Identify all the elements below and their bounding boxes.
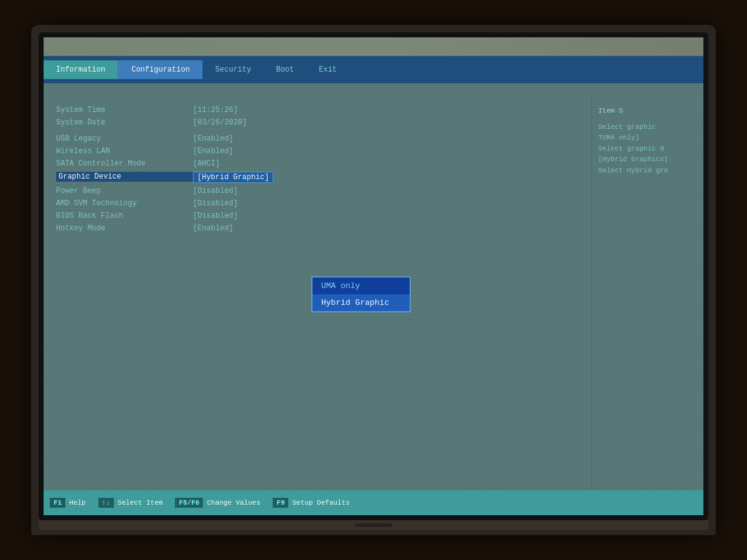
setting-system-date: System Date [03/26/2020] xyxy=(56,118,579,127)
status-f5f6: F5/F6 Change Values xyxy=(175,498,260,508)
setting-wireless-lan: Wireless LAN [Enabled] xyxy=(56,147,579,156)
label-sata-controller: SATA Controller Mode xyxy=(56,159,193,168)
bios-screen: Phoenix SecureCore Technology Setup Info… xyxy=(44,37,703,515)
label-graphic-device: Graphic Device xyxy=(56,172,193,182)
value-system-date[interactable]: [03/26/2020] xyxy=(193,118,247,127)
setting-bios-back-flash: BIOS Back Flash [Disabled] xyxy=(56,212,579,220)
right-panel-line-1: TUMA only] xyxy=(598,133,697,144)
tab-boot[interactable]: Boot xyxy=(263,60,306,79)
label-power-beep: Power Beep xyxy=(56,187,193,195)
tab-configuration[interactable]: Configuration xyxy=(118,60,203,79)
tab-bar: Information Configuration Security Boot … xyxy=(44,56,703,83)
value-power-beep[interactable]: [Disabled] xyxy=(193,187,238,195)
key-f5f6: F5/F6 xyxy=(175,498,203,508)
label-hotkey-mode: Hotkey Mode xyxy=(56,224,193,233)
right-panel-line-3: [Hybrid Graphics] xyxy=(598,154,697,166)
dropdown-option-uma[interactable]: UMA only xyxy=(312,278,410,294)
right-panel-line-0: Select graphic xyxy=(598,122,697,133)
setting-hotkey-mode: Hotkey Mode [Enabled] xyxy=(56,224,579,233)
value-graphic-device[interactable]: [Hybrid Graphic] xyxy=(193,172,273,183)
graphic-device-dropdown[interactable]: UMA only Hybrid Graphic xyxy=(311,276,411,312)
value-amd-svm[interactable]: [Disabled] xyxy=(193,199,238,208)
label-wireless-lan: Wireless LAN xyxy=(56,147,193,156)
right-panel-title: Item S xyxy=(598,106,697,117)
label-select-item: Select Item xyxy=(118,499,163,506)
value-sata-controller[interactable]: [AHCI] xyxy=(193,159,220,168)
key-f1: F1 xyxy=(50,498,65,508)
laptop-notch xyxy=(355,523,392,527)
status-arrow: ↑↓ Select Item xyxy=(98,498,163,508)
right-panel-line-2: Select graphic d xyxy=(598,144,697,155)
setting-sata-controller: SATA Controller Mode [AHCI] xyxy=(56,159,579,168)
label-setup-defaults: Setup Defaults xyxy=(292,499,349,506)
laptop-bottom xyxy=(39,520,708,530)
setting-system-time: System Time [11:25:26] xyxy=(56,106,579,114)
value-hotkey-mode[interactable]: [Enabled] xyxy=(193,224,233,233)
tab-information[interactable]: Information xyxy=(44,60,118,79)
dropdown-option-hybrid[interactable]: Hybrid Graphic xyxy=(312,294,410,311)
value-system-time[interactable]: [11:25:26] xyxy=(193,106,238,114)
setting-graphic-device: Graphic Device [Hybrid Graphic] xyxy=(56,172,579,183)
status-f9: F9 Setup Defaults xyxy=(273,498,350,508)
room-background xyxy=(44,37,703,56)
label-system-date: System Date xyxy=(56,118,193,127)
value-usb-legacy[interactable]: [Enabled] xyxy=(193,134,233,143)
main-content: System Time [11:25:26] System Date [03/2… xyxy=(44,96,703,490)
setting-amd-svm: AMD SVM Technology [Disabled] xyxy=(56,199,579,208)
value-bios-back-flash[interactable]: [Disabled] xyxy=(193,212,238,220)
key-arrows: ↑↓ xyxy=(98,498,114,508)
label-change-values: Change Values xyxy=(207,499,260,506)
key-f9: F9 xyxy=(273,498,288,508)
right-panel-line-4: Select Hybrid gra xyxy=(598,166,697,177)
status-bar: F1 Help ↑↓ Select Item F5/F6 Change Valu… xyxy=(44,490,703,515)
label-bios-back-flash: BIOS Back Flash xyxy=(56,212,193,220)
status-f1: F1 Help xyxy=(50,498,86,508)
screen-bezel: Phoenix SecureCore Technology Setup Info… xyxy=(39,32,708,520)
tab-exit[interactable]: Exit xyxy=(306,60,349,79)
label-usb-legacy: USB Legacy xyxy=(56,134,193,143)
right-panel: Item S Select graphic TUMA only] Select … xyxy=(591,96,703,490)
setting-usb-legacy: USB Legacy [Enabled] xyxy=(56,134,579,143)
label-help: Help xyxy=(69,499,85,506)
tab-security[interactable]: Security xyxy=(203,60,264,79)
label-system-time: System Time xyxy=(56,106,193,114)
settings-panel: System Time [11:25:26] System Date [03/2… xyxy=(44,96,591,490)
setting-power-beep: Power Beep [Disabled] xyxy=(56,187,579,195)
value-wireless-lan[interactable]: [Enabled] xyxy=(193,147,233,156)
label-amd-svm: AMD SVM Technology xyxy=(56,199,193,208)
laptop-frame: Phoenix SecureCore Technology Setup Info… xyxy=(31,25,716,535)
